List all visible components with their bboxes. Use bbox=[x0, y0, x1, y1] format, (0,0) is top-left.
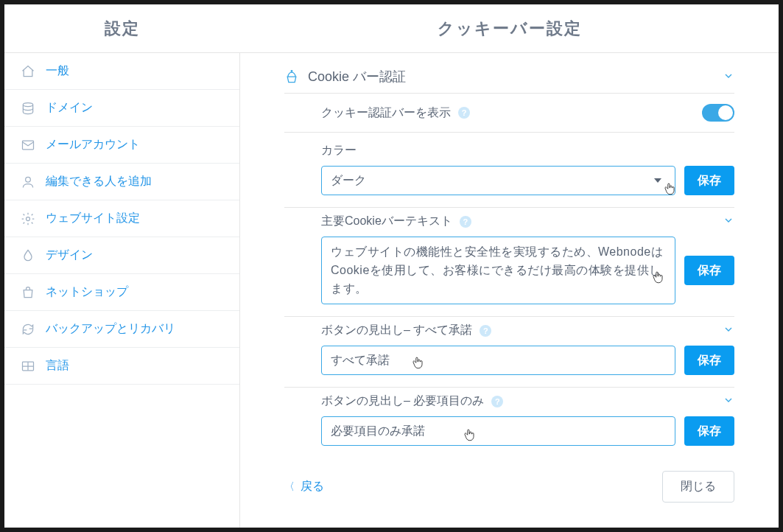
mail-icon bbox=[21, 138, 35, 153]
chevron-left-icon: 〈 bbox=[284, 480, 295, 494]
chevron-down-icon[interactable] bbox=[723, 394, 734, 408]
grid-icon bbox=[21, 359, 35, 374]
block-btn-accept-all: ボタンの見出し– すべて承諾 ? すべて承諾 保存 bbox=[284, 317, 734, 388]
sidebar-item-shop[interactable]: ネットショップ bbox=[4, 274, 239, 311]
chevron-down-icon[interactable] bbox=[723, 214, 734, 228]
main-content: Cookie バー認証 クッキー認証バーを表示 ? カラー bbox=[240, 53, 779, 528]
textarea-main-text-value: ウェブサイトの機能性と安全性を実現するため、WebnodeはCookieを使用し… bbox=[331, 243, 666, 298]
sidebar-item-label: 編集できる人を追加 bbox=[46, 174, 152, 189]
sidebar-item-label: ウェブサイト設定 bbox=[46, 211, 140, 226]
sidebar-item-label: ドメイン bbox=[46, 100, 93, 116]
sidebar-item-label: バックアップとリカバリ bbox=[46, 321, 175, 337]
sidebar-item-label: 言語 bbox=[46, 358, 69, 374]
sidebar-item-label: メールアカウント bbox=[46, 137, 140, 153]
close-button[interactable]: 閉じる bbox=[662, 471, 734, 503]
save-button-main-text[interactable]: 保存 bbox=[684, 256, 734, 285]
help-icon[interactable]: ? bbox=[480, 325, 491, 337]
label-btn-accept-all: ボタンの見出し– すべて承諾 bbox=[321, 323, 472, 338]
toggle-show-cookie-bar[interactable] bbox=[702, 104, 734, 122]
page-title: クッキーバー設定 bbox=[240, 4, 779, 52]
sidebar-item-language[interactable]: 言語 bbox=[4, 348, 239, 385]
block-btn-essential: ボタンの見出し– 必要項目のみ ? 必要項目のみ承諾 保存 bbox=[284, 388, 734, 458]
input-btn-essential[interactable]: 必要項目のみ承諾 bbox=[321, 416, 675, 446]
caret-down-icon bbox=[654, 178, 661, 183]
select-color[interactable]: ダーク bbox=[321, 166, 675, 195]
save-button-accept-all[interactable]: 保存 bbox=[684, 346, 734, 375]
save-button-color[interactable]: 保存 bbox=[684, 166, 734, 195]
sidebar-item-label: 一般 bbox=[46, 63, 69, 79]
label-color: カラー bbox=[321, 143, 357, 158]
refresh-icon bbox=[21, 322, 35, 337]
row-show-cookie-bar: クッキー認証バーを表示 ? bbox=[284, 94, 734, 133]
save-button-essential[interactable]: 保存 bbox=[684, 416, 734, 446]
gear-icon bbox=[21, 211, 35, 226]
home-icon bbox=[21, 64, 35, 79]
sidebar-item-domain[interactable]: ドメイン bbox=[4, 90, 239, 127]
label-btn-essential: ボタンの見出し– 必要項目のみ bbox=[321, 393, 484, 409]
user-icon bbox=[21, 175, 35, 189]
modal-body: 一般 ドメイン メールアカウント 編集できる人を追加 bbox=[4, 53, 779, 528]
help-icon[interactable]: ? bbox=[491, 396, 503, 407]
svg-point-3 bbox=[27, 217, 30, 220]
svg-point-0 bbox=[23, 102, 32, 106]
sidebar-item-general[interactable]: 一般 bbox=[4, 53, 239, 90]
select-color-value: ダーク bbox=[331, 173, 366, 189]
svg-point-2 bbox=[26, 177, 31, 182]
block-main-text: 主要Cookieバーテキスト ? ウェブサイトの機能性と安全性を実現するため、W… bbox=[284, 208, 734, 317]
section-title: Cookie バー認証 bbox=[308, 68, 714, 85]
input-btn-accept-all[interactable]: すべて承諾 bbox=[321, 346, 675, 375]
sidebar-item-label: ネットショップ bbox=[46, 284, 128, 300]
chevron-down-icon[interactable] bbox=[723, 323, 734, 337]
svg-rect-1 bbox=[23, 141, 34, 150]
sidebar-title: 設定 bbox=[4, 4, 240, 52]
input-btn-essential-value: 必要項目のみ承諾 bbox=[331, 424, 425, 439]
modal-header: 設定 クッキーバー設定 bbox=[4, 4, 779, 53]
drop-icon bbox=[21, 248, 35, 263]
back-link[interactable]: 〈 戻る bbox=[284, 479, 324, 494]
label-main-text: 主要Cookieバーテキスト bbox=[321, 214, 452, 229]
help-icon[interactable]: ? bbox=[460, 216, 471, 228]
section-cookie-bar-auth[interactable]: Cookie バー認証 bbox=[284, 60, 734, 94]
block-color: カラー ダーク 保存 bbox=[284, 133, 734, 208]
sidebar-item-contributors[interactable]: 編集できる人を追加 bbox=[4, 164, 239, 200]
label-show-cookie-bar: クッキー認証バーを表示 bbox=[321, 105, 451, 121]
textarea-main-text[interactable]: ウェブサイトの機能性と安全性を実現するため、WebnodeはCookieを使用し… bbox=[321, 237, 675, 304]
sidebar-item-website-settings[interactable]: ウェブサイト設定 bbox=[4, 200, 239, 237]
chevron-down-icon bbox=[723, 70, 734, 84]
sidebar-item-label: デザイン bbox=[46, 248, 93, 263]
database-icon bbox=[21, 101, 35, 116]
input-btn-accept-all-value: すべて承諾 bbox=[331, 353, 390, 368]
help-icon[interactable]: ? bbox=[458, 107, 470, 119]
svg-point-5 bbox=[291, 71, 292, 72]
sidebar-item-mail[interactable]: メールアカウント bbox=[4, 127, 239, 164]
settings-modal: 設定 クッキーバー設定 一般 ドメイン メールアカウント bbox=[4, 4, 779, 528]
sidebar-item-backup[interactable]: バックアップとリカバリ bbox=[4, 311, 239, 348]
sidebar-item-design[interactable]: デザイン bbox=[4, 237, 239, 274]
cupcake-icon bbox=[284, 69, 299, 84]
sidebar-nav: 一般 ドメイン メールアカウント 編集できる人を追加 bbox=[4, 53, 240, 528]
back-link-label: 戻る bbox=[301, 479, 324, 494]
bag-icon bbox=[21, 285, 35, 300]
modal-footer: 〈 戻る 閉じる bbox=[240, 458, 779, 516]
